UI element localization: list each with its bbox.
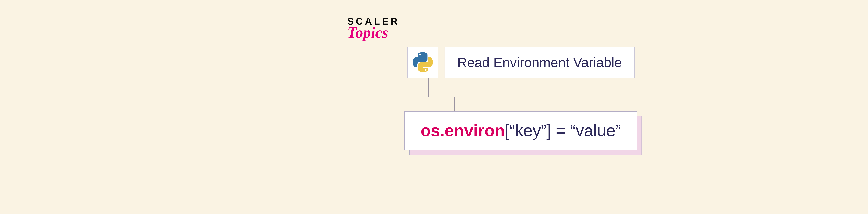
logo-subbrand: Topics (347, 25, 400, 40)
code-card: os.environ[“key”] = “value” (404, 111, 637, 150)
python-icon (413, 52, 433, 73)
scaler-topics-logo: SCALER Topics (347, 16, 400, 40)
header-row: Read Environment Variable (407, 47, 634, 78)
diagram-canvas: SCALER Topics Read Environment Variable … (295, 0, 746, 214)
title-box: Read Environment Variable (444, 47, 634, 78)
diagram-title: Read Environment Variable (457, 55, 622, 70)
code-box: os.environ[“key”] = “value” (404, 111, 637, 150)
code-remainder: [“key”] = “value” (505, 121, 621, 140)
python-icon-box (407, 47, 438, 78)
code-highlighted: os.environ (421, 121, 505, 140)
